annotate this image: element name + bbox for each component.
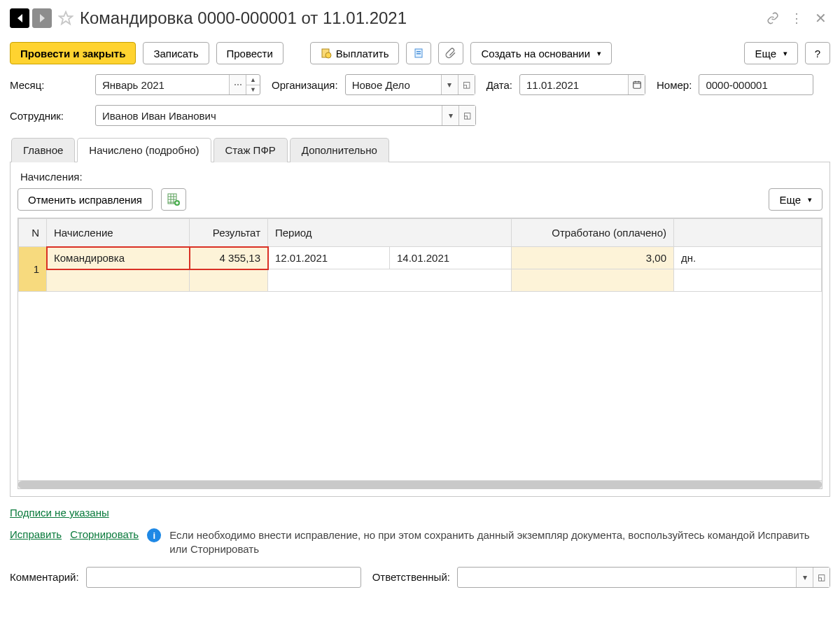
tab-pfr[interactable]: Стаж ПФР: [214, 138, 288, 162]
svg-marker-0: [59, 12, 72, 24]
coin-icon: [321, 48, 332, 59]
main-toolbar: Провести и закрыть Записать Провести Вып…: [10, 42, 830, 64]
popout-icon[interactable]: ◱: [813, 568, 830, 587]
popout-icon[interactable]: ◱: [458, 106, 475, 125]
number-label: Номер:: [657, 79, 692, 91]
kebab-icon[interactable]: ⋮: [787, 8, 806, 28]
col-header-period[interactable]: Период: [268, 219, 512, 247]
nav-back-button[interactable]: [10, 8, 29, 28]
responsible-label: Ответственный:: [372, 571, 450, 583]
columns-settings-button[interactable]: [161, 188, 186, 211]
cancel-corrections-button[interactable]: Отменить исправления: [18, 188, 153, 211]
close-icon[interactable]: ✕: [811, 8, 830, 28]
chevron-down-icon: ▾: [808, 195, 812, 204]
info-text: Если необходимо внести исправление, но п…: [169, 528, 830, 557]
month-label: Месяц:: [10, 79, 88, 91]
more-button[interactable]: Еще ▾: [744, 42, 798, 64]
post-and-close-button[interactable]: Провести и закрыть: [10, 42, 136, 64]
svg-rect-5: [416, 53, 421, 55]
attachment-button[interactable]: [438, 42, 463, 64]
svg-rect-4: [416, 51, 421, 52]
cell-result[interactable]: 4 355,13: [190, 247, 268, 269]
grid-plus-icon: [167, 193, 180, 206]
star-icon[interactable]: [56, 8, 76, 28]
col-header-n[interactable]: N: [19, 219, 47, 247]
link-icon[interactable]: [763, 8, 783, 28]
cell-worked[interactable]: 3,00: [512, 247, 674, 269]
date-label: Дата:: [486, 79, 512, 91]
table-row[interactable]: [19, 269, 822, 292]
cell-n[interactable]: 1: [19, 247, 47, 292]
cell-period-to[interactable]: 14.01.2021: [390, 247, 512, 269]
post-button[interactable]: Провести: [216, 42, 284, 64]
tab-body: Начисления: Отменить исправления Еще ▾ N…: [10, 162, 830, 497]
ellipsis-icon[interactable]: ⋯: [229, 75, 246, 94]
chevron-down-icon: ▾: [597, 49, 601, 58]
chevron-down-icon[interactable]: ▾: [442, 106, 458, 125]
payout-button[interactable]: Выплатить: [310, 42, 400, 64]
col-header-worked[interactable]: Отработано (оплачено): [512, 219, 674, 247]
horizontal-scrollbar[interactable]: [18, 480, 822, 488]
comment-field[interactable]: [86, 567, 361, 588]
write-button[interactable]: Записать: [143, 42, 209, 64]
responsible-field[interactable]: ▾ ◱: [457, 567, 830, 588]
help-button[interactable]: ?: [805, 42, 830, 64]
svg-point-2: [326, 52, 331, 58]
page-title: Командировка 0000-000001 от 11.01.2021: [80, 8, 407, 28]
svg-rect-6: [633, 82, 640, 88]
date-field[interactable]: 11.01.2021: [519, 74, 645, 95]
spin-up-icon[interactable]: ▲: [246, 75, 260, 85]
tab-extra[interactable]: Дополнительно: [290, 138, 389, 162]
table-more-button[interactable]: Еще ▾: [769, 188, 822, 211]
number-field[interactable]: 0000-000001: [699, 74, 813, 95]
accruals-table[interactable]: N Начисление Результат Период Отработано…: [18, 218, 822, 489]
org-field[interactable]: Новое Дело ▾ ◱: [345, 74, 475, 95]
calendar-icon[interactable]: [628, 75, 645, 94]
col-header-name[interactable]: Начисление: [47, 219, 190, 247]
cell-name[interactable]: Командировка: [47, 247, 190, 269]
report-button[interactable]: [406, 42, 431, 64]
cell-period-from[interactable]: 12.01.2021: [268, 247, 390, 269]
month-field[interactable]: Январь 2021 ⋯ ▲ ▼: [95, 74, 260, 95]
signatures-link[interactable]: Подписи не указаны: [10, 507, 109, 519]
comment-label: Комментарий:: [10, 571, 79, 583]
paperclip-icon: [445, 48, 456, 59]
title-bar: Командировка 0000-000001 от 11.01.2021 ⋮…: [10, 4, 830, 32]
nav-forward-button[interactable]: [32, 8, 52, 28]
col-header-unit[interactable]: [674, 219, 822, 247]
correct-link[interactable]: Исправить: [10, 528, 62, 540]
spin-down-icon[interactable]: ▼: [246, 85, 260, 95]
report-icon: [413, 48, 424, 59]
chevron-down-icon[interactable]: ▾: [441, 75, 458, 94]
tab-accrued[interactable]: Начислено (подробно): [77, 138, 211, 162]
cell-unit[interactable]: дн.: [674, 247, 822, 269]
col-header-result[interactable]: Результат: [190, 219, 268, 247]
popout-icon[interactable]: ◱: [458, 75, 475, 94]
tab-main[interactable]: Главное: [11, 138, 75, 162]
chevron-down-icon[interactable]: ▾: [796, 568, 813, 587]
table-row[interactable]: 1 Командировка 4 355,13 12.01.2021 14.01…: [19, 247, 822, 269]
employee-field[interactable]: Иванов Иван Иванович ▾ ◱: [95, 105, 476, 126]
chevron-down-icon: ▾: [783, 49, 788, 58]
storno-link[interactable]: Сторнировать: [70, 528, 139, 540]
accruals-label: Начисления:: [20, 171, 822, 183]
info-icon: i: [147, 528, 161, 542]
org-label: Организация:: [272, 79, 338, 91]
employee-label: Сотрудник:: [10, 110, 88, 122]
tabs: Главное Начислено (подробно) Стаж ПФР До…: [10, 137, 830, 162]
create-based-button[interactable]: Создать на основании ▾: [470, 42, 612, 64]
